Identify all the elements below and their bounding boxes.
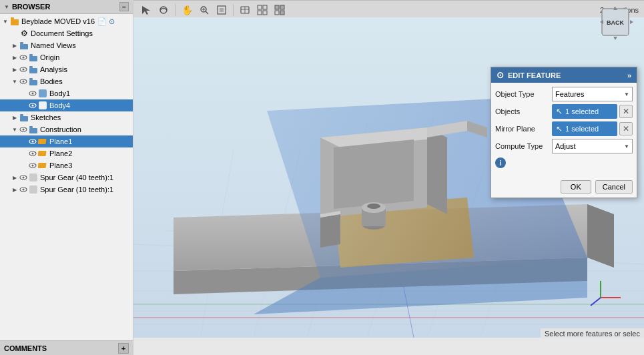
bodies-eye[interactable] xyxy=(19,77,28,86)
compute-type-dropdown[interactable]: Adjust ▼ xyxy=(552,139,633,153)
tree-item-plane1[interactable]: Plane1 xyxy=(0,135,133,147)
tree-arrow-construction xyxy=(11,125,19,133)
svg-rect-6 xyxy=(29,56,37,61)
tree-item-plane2[interactable]: Plane2 xyxy=(0,147,133,159)
plane3-label: Plane3 xyxy=(49,161,72,169)
doc-settings-label: Document Settings xyxy=(31,29,93,37)
plane3-eye[interactable] xyxy=(28,161,37,170)
panel-expand-button[interactable]: » xyxy=(627,71,631,79)
svg-rect-14 xyxy=(29,80,37,85)
select-hint-text: Select more features or selec xyxy=(541,328,644,339)
spur40-eye[interactable] xyxy=(19,173,28,182)
plane1-label: Plane1 xyxy=(49,137,72,145)
panel-title: EDIT FEATURE xyxy=(508,71,561,79)
svg-marker-74 xyxy=(320,214,340,248)
spur10-eye[interactable] xyxy=(19,185,28,194)
objects-selected-badge: ↖ 1 selected xyxy=(552,104,617,119)
body1-eye[interactable] xyxy=(28,89,37,98)
construction-icon xyxy=(28,124,39,135)
mirror-plane-cursor-icon: ↖ xyxy=(556,124,563,133)
object-type-dropdown-arrow: ▼ xyxy=(624,91,629,97)
svg-rect-22 xyxy=(20,116,28,121)
analysis-eye[interactable] xyxy=(19,65,28,74)
viewport[interactable]: BACK ⊙ EDIT FEATURE » xyxy=(133,0,644,355)
compute-type-value: Adjust xyxy=(555,142,576,150)
comments-bar: COMMENTS + xyxy=(0,340,133,355)
doc-settings-icon: ⚙ xyxy=(19,28,29,39)
tree-item-doc-settings[interactable]: ⚙ Document Settings xyxy=(0,27,133,39)
body1-label: Body1 xyxy=(49,89,70,97)
tree-item-beyblade[interactable]: Beyblade MOVED v16 📄 ⊙ xyxy=(0,15,133,27)
plane2-icon xyxy=(37,148,48,159)
tree-item-named-views[interactable]: Named Views xyxy=(0,39,133,51)
tree-item-origin[interactable]: Origin xyxy=(0,51,133,63)
mirror-plane-control: ↖ 1 selected ✕ xyxy=(552,121,633,136)
svg-rect-30 xyxy=(38,139,47,144)
svg-point-17 xyxy=(32,93,34,95)
mirror-plane-label: Mirror Plane xyxy=(495,125,552,133)
object-type-label: Object Type xyxy=(495,90,552,98)
object-type-value: Features xyxy=(555,90,584,98)
browser-minimize-button[interactable]: − xyxy=(119,2,129,11)
compute-type-control: Adjust ▼ xyxy=(552,139,633,153)
spur10-label: Spur Gear (10 teeth):1 xyxy=(40,186,113,194)
construction-eye[interactable] xyxy=(19,125,28,134)
svg-point-35 xyxy=(32,165,34,167)
svg-point-20 xyxy=(32,105,34,107)
object-type-dropdown[interactable]: Features ▼ xyxy=(552,87,633,101)
ok-button[interactable]: OK xyxy=(561,180,591,194)
sketches-icon xyxy=(19,112,29,123)
tree-arrow-origin xyxy=(11,53,19,61)
svg-rect-23 xyxy=(20,114,23,116)
panel-footer: OK Cancel xyxy=(491,178,637,198)
svg-rect-1 xyxy=(11,17,14,19)
add-comment-button[interactable]: + xyxy=(118,343,129,354)
svg-point-9 xyxy=(23,69,25,71)
plane3-icon xyxy=(37,160,48,171)
tree-arrow-analysis xyxy=(11,65,19,73)
tree-arrow-bodies xyxy=(11,77,19,85)
info-icon-circle[interactable]: i xyxy=(495,157,506,168)
origin-eye[interactable] xyxy=(19,53,28,62)
mirror-plane-clear-button[interactable]: ✕ xyxy=(619,122,633,135)
app-container: ▼ BROWSER − Beyblade MOVED v16 📄 ⊙ xyxy=(0,0,644,355)
svg-point-38 xyxy=(23,177,25,179)
construction-label: Construction xyxy=(40,125,81,133)
spur10-icon xyxy=(28,184,39,195)
plane1-eye[interactable] xyxy=(28,137,37,146)
browser-title: BROWSER xyxy=(12,3,117,11)
tree-item-body1[interactable]: Body1 xyxy=(0,87,133,99)
objects-clear-button[interactable]: ✕ xyxy=(619,105,633,118)
tree-item-bodies[interactable]: Bodies xyxy=(0,75,133,87)
svg-point-32 xyxy=(32,153,34,155)
spur40-icon xyxy=(28,172,39,183)
body4-label: Body4 xyxy=(49,101,70,109)
plane2-eye[interactable] xyxy=(28,149,37,158)
plane2-label: Plane2 xyxy=(49,149,72,157)
svg-marker-62 xyxy=(587,204,614,268)
compute-type-dropdown-arrow: ▼ xyxy=(624,143,629,149)
cancel-button[interactable]: Cancel xyxy=(595,180,633,194)
tree-item-sketches[interactable]: Sketches xyxy=(0,111,133,123)
mirror-plane-selected-badge: ↖ 1 selected xyxy=(552,121,617,136)
browser-collapse-icon[interactable]: ▼ xyxy=(4,4,9,10)
svg-marker-68 xyxy=(427,127,447,214)
objects-selected-value: 1 selected xyxy=(565,107,599,115)
objects-label: Objects xyxy=(495,107,552,115)
tree-item-construction[interactable]: Construction xyxy=(0,123,133,135)
tree-arrow-sketches xyxy=(11,113,19,121)
tree-item-spur40[interactable]: Spur Gear (40 teeth):1 xyxy=(0,171,133,184)
body4-eye[interactable] xyxy=(28,101,37,110)
origin-icon xyxy=(28,52,39,63)
origin-label: Origin xyxy=(40,53,59,61)
objects-control: ↖ 1 selected ✕ xyxy=(552,104,633,119)
tree-item-spur10[interactable]: Spur Gear (10 teeth):1 xyxy=(0,184,133,196)
svg-rect-36 xyxy=(38,163,47,168)
tree-item-body4[interactable]: Body4 xyxy=(0,99,133,111)
tree-item-plane3[interactable]: Plane3 xyxy=(0,159,133,171)
tree-item-analysis[interactable]: Analysis xyxy=(0,63,133,75)
svg-point-41 xyxy=(23,189,25,191)
objects-cursor-icon: ↖ xyxy=(556,107,563,116)
view-cube[interactable]: BACK xyxy=(599,5,639,45)
mirror-plane-selected-value: 1 selected xyxy=(565,125,599,133)
